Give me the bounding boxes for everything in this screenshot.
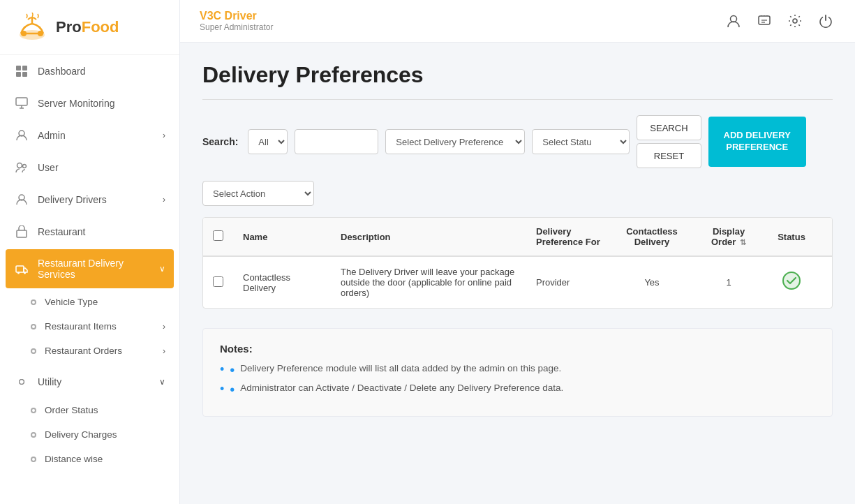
- svg-point-19: [24, 272, 26, 274]
- admin-icon: [14, 128, 29, 143]
- logo-icon: [14, 13, 50, 42]
- search-text-input[interactable]: [295, 129, 378, 154]
- sidebar-subitem-label: Delivery Charges: [45, 429, 117, 440]
- user-role: Super Administrator: [200, 22, 273, 32]
- row-delivery-pref-for: Provider: [526, 256, 610, 308]
- select-all-checkbox[interactable]: [213, 230, 223, 241]
- chevron-icon: ›: [163, 346, 165, 356]
- sidebar-subitem-label: Order Status: [45, 405, 98, 415]
- chevron-down-icon: ∨: [159, 264, 165, 274]
- sidebar-subitem-vehicle-type[interactable]: Vehicle Type: [0, 290, 179, 314]
- filter-dropdown[interactable]: All: [248, 129, 288, 154]
- chevron-down-icon: ∨: [159, 377, 165, 387]
- sidebar-item-label: Server Monitoring: [38, 98, 115, 109]
- checkmark-circle-icon: [782, 271, 801, 290]
- notifications-icon[interactable]: [754, 11, 774, 31]
- sidebar-subitem-label: Restaurant Orders: [45, 346, 122, 356]
- sidebar-item-label: Delivery Drivers: [38, 194, 107, 205]
- chevron-icon: ›: [163, 322, 165, 332]
- power-icon[interactable]: [816, 11, 835, 31]
- sort-icon: ⇅: [740, 238, 746, 246]
- sidebar-item-dashboard[interactable]: Dashboard: [0, 55, 179, 87]
- status-dropdown[interactable]: Select Statu: [532, 129, 630, 154]
- header-user-info: V3C Driver Super Administrator: [200, 10, 273, 32]
- sidebar-item-label: Admin: [38, 130, 66, 141]
- dot-icon: [31, 408, 36, 413]
- svg-point-21: [731, 16, 737, 22]
- notes-box: Notes: • Delivery Preference module will…: [202, 328, 833, 417]
- dot-icon: [31, 457, 36, 462]
- notes-title: Notes:: [220, 343, 815, 355]
- delivery-services-icon: [14, 261, 29, 276]
- sidebar-item-label: Dashboard: [38, 66, 86, 77]
- profile-icon[interactable]: [724, 11, 743, 31]
- sidebar-subitem-delivery-charges[interactable]: Delivery Charges: [0, 422, 179, 447]
- header-checkbox-col: [203, 218, 233, 256]
- bullet-icon: •: [230, 383, 235, 396]
- delivery-driver-icon: [14, 192, 29, 207]
- dot-icon: [31, 348, 36, 354]
- sidebar-item-delivery-drivers[interactable]: Delivery Drivers ›: [0, 184, 179, 216]
- row-status: [764, 256, 819, 308]
- sidebar-item-label: Restaurant: [38, 226, 85, 237]
- sidebar-item-label: Utility: [38, 376, 61, 387]
- search-bar: Search: All Select Delivery Preference S…: [202, 115, 833, 168]
- sidebar-item-label: User: [38, 162, 59, 173]
- svg-rect-5: [16, 66, 21, 71]
- delivery-preferences-table: Name Description Delivery Preference For…: [202, 217, 833, 309]
- sidebar-item-label: Restaurant Delivery Services: [38, 258, 159, 280]
- dashboard-icon: [14, 64, 29, 79]
- sidebar-item-restaurant[interactable]: Restaurant: [0, 216, 179, 248]
- header-description: Description: [331, 218, 526, 256]
- svg-point-18: [17, 272, 20, 274]
- header-display-order[interactable]: Display Order ⇅: [694, 218, 764, 256]
- row-display-order: 1: [694, 256, 764, 308]
- table-row: Contactless Delivery The Delivery Driver…: [203, 256, 833, 308]
- row-checkbox-cell: [203, 256, 233, 308]
- search-action-buttons: SEARCH RESET: [637, 115, 701, 168]
- sidebar-subitem-restaurant-items[interactable]: Restaurant Items ›: [0, 314, 179, 339]
- header-action: Action: [819, 218, 833, 256]
- utility-icon: [14, 374, 29, 390]
- action-dropdown[interactable]: Select Action: [202, 181, 314, 206]
- search-label: Search:: [202, 136, 238, 147]
- svg-rect-16: [17, 230, 27, 237]
- svg-point-25: [793, 19, 797, 23]
- dot-icon: [31, 432, 36, 438]
- row-checkbox[interactable]: [213, 276, 223, 287]
- settings-icon[interactable]: [785, 11, 805, 31]
- restaurant-icon: [14, 224, 29, 239]
- notes-list: • Delivery Preference module will list a…: [220, 363, 815, 396]
- svg-rect-8: [22, 72, 27, 77]
- sidebar-item-user[interactable]: User: [0, 151, 179, 184]
- sidebar-subitem-order-status[interactable]: Order Status: [0, 398, 179, 422]
- header-status: Status: [764, 218, 819, 256]
- logo: ProFood: [0, 0, 179, 55]
- delivery-preference-dropdown[interactable]: Select Delivery Preference: [385, 129, 525, 154]
- notes-item-1: • Delivery Preference module will list a…: [220, 363, 815, 377]
- sidebar-item-restaurant-delivery-services[interactable]: Restaurant Delivery Services ∨: [6, 249, 174, 288]
- sidebar-subitem-label: Distance wise: [45, 454, 103, 464]
- svg-rect-6: [22, 66, 27, 71]
- sidebar-item-utility[interactable]: Utility ∨: [0, 366, 179, 398]
- search-button[interactable]: SEARCH: [637, 115, 701, 140]
- sidebar-item-admin[interactable]: Admin ›: [0, 119, 179, 151]
- header-delivery-pref-for: Delivery Preference For: [526, 218, 610, 256]
- add-delivery-preference-button[interactable]: ADD DELIVERY PREFERENCE: [708, 117, 806, 167]
- sidebar-subitem-distance-wise[interactable]: Distance wise: [0, 447, 179, 471]
- sidebar-subitem-restaurant-orders[interactable]: Restaurant Orders ›: [0, 339, 179, 363]
- header-icons: [724, 11, 835, 31]
- page-title: Delivery Preferences: [202, 62, 833, 88]
- sidebar-item-server-monitoring[interactable]: Server Monitoring: [0, 87, 179, 119]
- svg-point-14: [23, 165, 27, 168]
- logo-text: ProFood: [56, 18, 119, 36]
- dot-icon: [31, 299, 36, 305]
- sidebar: ProFood Dashboard Server Monitoring Admi…: [0, 0, 180, 504]
- main-area: V3C Driver Super Administrator Delivery …: [180, 0, 855, 504]
- chevron-icon: ›: [163, 131, 165, 140]
- row-name: Contactless Delivery: [233, 256, 331, 308]
- status-active-icon[interactable]: [782, 276, 801, 294]
- chevron-icon: ›: [163, 195, 165, 205]
- reset-button[interactable]: RESET: [637, 143, 701, 168]
- row-description: The Delivery Driver will leave your pack…: [331, 256, 526, 308]
